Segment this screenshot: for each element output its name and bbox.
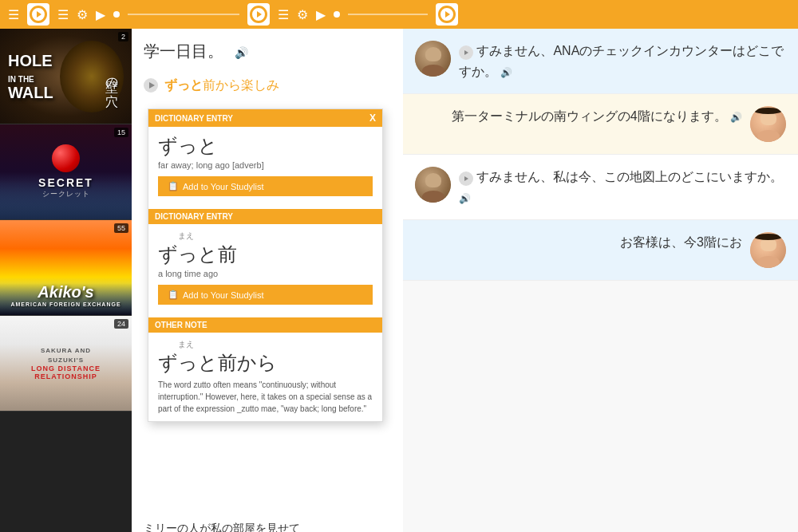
akikos-card-content: Akiko's AMERICAN FOREIGN EXCHANGE [0, 220, 132, 315]
bottom-transcript: ミリーの人が私の部屋を見せて [132, 515, 403, 532]
play-triangle-icon [149, 82, 155, 89]
dict-note-word: ずっと前から [158, 350, 373, 376]
secret-card-content: SECRET シークレット [0, 124, 132, 219]
menu-icon-2[interactable] [57, 7, 69, 22]
conv-card-1: すみません、ANAのチェックインカウンターはどこですか。 🔊 [403, 29, 798, 94]
dict-header-2: DICTIONARY ENTRY [148, 209, 382, 224]
menu-icon-3[interactable] [278, 7, 289, 22]
secret-subtitle: シークレット [42, 189, 90, 199]
play-icon-2[interactable] [316, 7, 326, 22]
right-conversations-panel: すみません、ANAのチェックインカウンターはどこですか。 🔊 第一ターミナルの南… [403, 29, 798, 532]
conv-text-1: すみません、ANAのチェックインカウンターはどこですか。 🔊 [459, 41, 786, 81]
add-studylist-button-2[interactable]: 📋 Add to Your Studylist [158, 285, 373, 305]
logo-icon-3 [438, 6, 456, 23]
conv-card-2: 第一ターミナルの南ウィングの4階になります。 🔊 [403, 94, 798, 155]
bottom-transcript-text: ミリーの人が私の部屋を見せて [144, 522, 300, 532]
video-badge-4: 24 [114, 319, 128, 329]
logo-icon-1 [30, 6, 47, 23]
dict-close-button[interactable]: X [369, 112, 376, 124]
nav-section-left [0, 7, 27, 22]
avatar-man-3 [415, 167, 451, 203]
secret-globe [52, 144, 80, 172]
app-logo-1[interactable] [27, 3, 49, 26]
sakura-title: SAKURA ANDSUZUKI'S [41, 346, 91, 364]
progress-bar-2 [348, 14, 428, 15]
nav-controls-2 [270, 7, 436, 22]
app-logo-3[interactable] [436, 3, 458, 26]
studylist-icon-1: 📋 [168, 181, 179, 191]
logo-icon-2 [250, 6, 267, 23]
video-sidebar: HOLEIN THEWALL 壁の穴 2 SECRET シークレット 15 [0, 29, 132, 532]
lesson-title: 学一日目。 [144, 42, 223, 60]
add-studylist-button-1[interactable]: 📋 Add to Your Studylist [158, 176, 373, 196]
avatar-woman-4 [750, 232, 786, 268]
progress-dot-2 [334, 11, 340, 18]
dict-note-entry: まえ ずっと前から The word zutto often means "co… [148, 333, 382, 421]
avatar-woman-2 [750, 106, 786, 142]
progress-dot [113, 11, 120, 18]
audio-icon[interactable]: 🔊 [235, 46, 248, 59]
highlight-zutto: ずっと [164, 78, 203, 92]
conv-text-4: お客様は、今3階にお [415, 232, 742, 268]
audio-icon-2[interactable]: 🔊 [730, 112, 742, 123]
conv-text-2: 第一ターミナルの南ウィングの4階になります。 🔊 [415, 106, 742, 142]
dict-entry-1: ずっと far away; long ago [adverb] 📋 Add to… [148, 127, 382, 209]
play-icon[interactable] [96, 7, 105, 22]
studylist-label-2: Add to Your Studylist [183, 290, 264, 300]
video-badge-2: 15 [114, 128, 128, 137]
akikos-subtitle: AMERICAN FOREIGN EXCHANGE [10, 301, 120, 307]
dict-word-1: ずっと [158, 133, 373, 159]
dict-header-label-2: DICTIONARY ENTRY [155, 212, 233, 221]
video-badge-3: 55 [114, 223, 128, 233]
dict-note-label: OTHER NOTE [155, 321, 207, 329]
video-card-sakura[interactable]: SAKURA ANDSUZUKI'S LONG DISTANCERELATION… [0, 316, 132, 412]
audio-icon-3[interactable]: 🔊 [459, 193, 471, 204]
progress-bar [128, 14, 239, 15]
settings-icon-2[interactable] [297, 7, 308, 22]
dict-def-1: far away; long ago [adverb] [158, 160, 373, 170]
conv-card-4: お客様は、今3階にお [403, 220, 798, 281]
secret-title: SECRET [38, 176, 93, 189]
studylist-label-1: Add to Your Studylist [183, 182, 264, 191]
jp-title-text: 壁の穴 [103, 69, 120, 84]
dict-note-text: The word zutto often means "continuously… [158, 379, 373, 415]
middle-transcript-panel: 学一日目。 🔊 ずっと前から楽しみ DICTIONARY ENTRY X ずっと [132, 29, 403, 532]
video-badge-1: 2 [118, 32, 128, 41]
hole-title-text: HOLEIN THEWALL [8, 53, 53, 100]
furigana-2: まえ [158, 231, 373, 242]
play-button-small[interactable] [144, 78, 158, 93]
video-card-secret[interactable]: SECRET シークレット 15 [0, 124, 132, 220]
menu-icon[interactable] [8, 7, 19, 22]
dict-def-2: a long time ago [158, 269, 373, 278]
video-card-hole-in-wall[interactable]: HOLEIN THEWALL 壁の穴 2 [0, 29, 132, 124]
furigana-3: まえ [158, 339, 373, 350]
sakura-card-content: SAKURA ANDSUZUKI'S LONG DISTANCERELATION… [0, 316, 132, 411]
video-card-akikos[interactable]: Akiko's AMERICAN FOREIGN EXCHANGE 55 [0, 220, 132, 316]
audio-icon-1[interactable]: 🔊 [500, 67, 512, 78]
settings-icon[interactable] [77, 7, 88, 22]
conv-text-3: すみません、私は今、この地図上のどこにいますか。 🔊 [459, 167, 786, 207]
top-navigation [0, 0, 798, 29]
avatar-man-1 [415, 41, 451, 77]
dict-header-1: DICTIONARY ENTRY X [148, 109, 382, 127]
studylist-icon-2: 📋 [168, 290, 179, 300]
dictionary-popup: DICTIONARY ENTRY X ずっと far away; long ag… [148, 108, 383, 422]
dict-header-label-1: DICTIONARY ENTRY [155, 114, 233, 123]
play-circle-1[interactable] [459, 45, 473, 60]
transcript-line-1: ずっと前から楽しみ [132, 70, 403, 100]
dict-note-header: OTHER NOTE [148, 317, 382, 333]
nav-controls-1 [49, 7, 247, 22]
dict-word-2: ずっと前 [158, 242, 373, 267]
main-layout: HOLEIN THEWALL 壁の穴 2 SECRET シークレット 15 [0, 29, 798, 532]
app-logo-2[interactable] [247, 3, 270, 26]
conv-card-3: すみません、私は今、この地図上のどこにいますか。 🔊 [403, 155, 798, 220]
play-circle-3[interactable] [459, 171, 473, 186]
dict-entry-2: まえ ずっと前 a long time ago 📋 Add to Your St… [148, 224, 382, 317]
sakura-subtitle: LONG DISTANCERELATIONSHIP [31, 365, 101, 380]
akikos-title: Akiko's [38, 283, 93, 301]
transcript-header: 学一日目。 🔊 [132, 29, 403, 70]
transcript-text-1: ずっと前から楽しみ [164, 77, 279, 94]
